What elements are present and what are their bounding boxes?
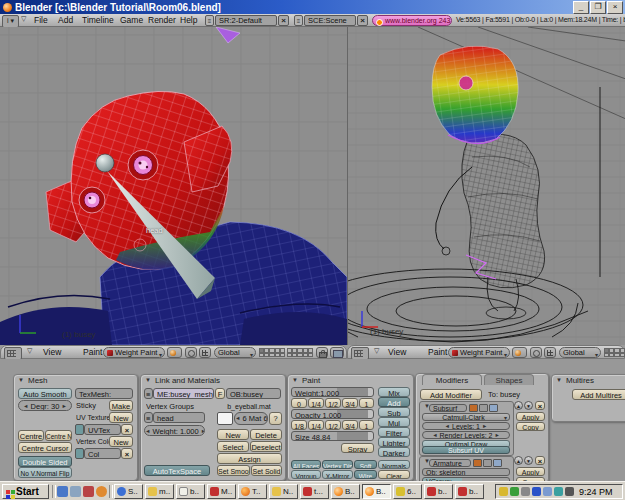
double-sided-toggle[interactable]: Double Sided: [18, 456, 72, 467]
armature-object-field[interactable]: Ob: skeleton: [422, 468, 510, 476]
opacity-eighth-button[interactable]: 1/8: [291, 420, 307, 430]
menu-game[interactable]: Game: [120, 15, 143, 26]
paint-menu-2[interactable]: Paint: [428, 347, 447, 358]
spray-button[interactable]: Spray: [341, 443, 374, 453]
pivot-button[interactable]: [185, 347, 197, 358]
subsurf-apply-button[interactable]: Apply: [516, 412, 545, 421]
scene-selector[interactable]: SCE:Scene: [304, 15, 356, 26]
vertex-dist-toggle[interactable]: Vertex Dist: [322, 460, 353, 469]
layer-buttons-1[interactable]: [259, 348, 285, 357]
vgroup-toggle[interactable]: Vgroup: [291, 470, 321, 479]
subsurf-move-up-button[interactable]: ▲: [514, 401, 523, 410]
weight-0-button[interactable]: 0: [291, 398, 307, 408]
centre-button[interactable]: Centre: [18, 430, 44, 441]
tray-icon-7[interactable]: [565, 487, 574, 496]
subsurf-realtime-icon[interactable]: [479, 404, 488, 412]
draw-type-button-2[interactable]: [512, 347, 527, 358]
close-button[interactable]: ×: [607, 1, 623, 14]
scene-close-button[interactable]: ×: [357, 15, 368, 26]
minimize-button[interactable]: _: [573, 1, 589, 14]
subsurf-name-field[interactable]: Subsurf: [429, 404, 467, 412]
armature-delete-button[interactable]: ×: [535, 456, 545, 465]
armature-realtime-icon[interactable]: [483, 459, 492, 467]
mesh-datablock-field[interactable]: ME:busey_mesh: [153, 388, 214, 399]
subsurf-type-dropdown[interactable]: Catmull-Clark▾: [422, 413, 510, 421]
subsurf-render-levels-stepper[interactable]: ◄ Render Levels: 2 ►: [422, 431, 510, 439]
subsurf-delete-button[interactable]: ×: [535, 401, 545, 410]
opacity-1-button[interactable]: 1: [359, 420, 374, 430]
texmesh-field[interactable]: TexMesh:: [75, 388, 133, 399]
quicklaunch-icon-4[interactable]: [96, 486, 107, 497]
scene-browse-icon[interactable]: ≡: [294, 15, 303, 26]
blender-org-link[interactable]: www.blender.org 243: [372, 15, 452, 26]
modifiers-tab[interactable]: Modifiers: [422, 374, 482, 385]
add-toggle[interactable]: Add: [378, 397, 410, 407]
subsurf-move-down-button[interactable]: ▼: [524, 401, 533, 410]
normals-toggle[interactable]: Normals: [378, 460, 410, 469]
orientation-dropdown[interactable]: Global▾: [214, 347, 256, 358]
col-name-field[interactable]: Col: [84, 448, 121, 459]
opacity-quarter-button[interactable]: 1/4: [308, 420, 324, 430]
vertex-color-new-button[interactable]: New: [109, 436, 133, 447]
add-multires-button[interactable]: Add Multires: [572, 389, 625, 400]
all-faces-toggle[interactable]: All Faces: [291, 460, 321, 469]
group-weight-stepper[interactable]: ◄ Weight: 1.000 ►: [144, 425, 205, 436]
screen-selector[interactable]: SR:2-Default: [215, 15, 277, 26]
taskbar-button-5[interactable]: T..: [238, 484, 267, 499]
uvtex-delete-button[interactable]: ×: [121, 424, 133, 435]
set-solid-button[interactable]: Set Solid: [251, 465, 282, 476]
weight-half-button[interactable]: 1/2: [325, 398, 341, 408]
group-delete-button[interactable]: Delete: [250, 429, 282, 440]
opacity-threequarter-button[interactable]: 3/4: [342, 420, 358, 430]
view-menu[interactable]: View: [43, 347, 61, 358]
taskbar-button-11[interactable]: b..: [424, 484, 453, 499]
viewport-left[interactable]: head (1) busey: [0, 27, 347, 345]
menu-render[interactable]: Render: [148, 15, 176, 26]
taskbar-button-4[interactable]: M..: [207, 484, 236, 499]
armature-move-up-button[interactable]: ▲: [514, 456, 523, 465]
quicklaunch-icon-3[interactable]: [83, 486, 94, 497]
clear-button[interactable]: Clear: [378, 470, 410, 479]
size-slider[interactable]: Size 48.84: [291, 431, 374, 441]
viewport-right[interactable]: (1) busey: [347, 27, 625, 345]
centre-new-button[interactable]: Centre New: [45, 430, 72, 441]
auto-smooth-toggle[interactable]: Auto Smooth: [18, 388, 72, 399]
taskbar-button-1[interactable]: S..: [114, 484, 143, 499]
subsurf-render-icon[interactable]: [469, 404, 478, 412]
paint-menu[interactable]: Paint: [83, 347, 102, 358]
armature-editmode-icon[interactable]: [493, 459, 502, 467]
material-index-stepper[interactable]: ◄ 6 Mat 6 ►: [234, 412, 268, 425]
quicklaunch-icon-2[interactable]: [70, 486, 81, 497]
mix-toggle[interactable]: Mix: [378, 387, 410, 397]
group-assign-button[interactable]: Assign: [217, 453, 282, 464]
mesh-browse-icon[interactable]: ≡: [144, 388, 153, 399]
screen-close-button[interactable]: ×: [278, 15, 289, 26]
sticky-make-button[interactable]: Make: [109, 400, 133, 411]
link-collapse-icon[interactable]: ▼: [145, 377, 151, 383]
mode-dropdown-2[interactable]: Weight Paint▾: [448, 347, 510, 358]
col-delete-button[interactable]: ×: [121, 448, 133, 459]
opacity-slider[interactable]: Opacity 1.000: [291, 409, 374, 419]
vertex-group-field[interactable]: head: [153, 412, 205, 423]
filter-toggle[interactable]: Filter: [378, 427, 410, 437]
no-vnormal-flip-toggle[interactable]: No V.Normal Flip: [18, 467, 72, 478]
menu-file[interactable]: File: [34, 15, 48, 26]
orientation-dropdown-2[interactable]: Global▾: [559, 347, 601, 358]
col-active-swatch[interactable]: [75, 448, 84, 459]
proportional-button[interactable]: [199, 347, 211, 358]
taskbar-clock[interactable]: 9:24 PM: [579, 487, 613, 497]
layer-buttons-3[interactable]: [604, 348, 625, 357]
taskbar-button-9-active[interactable]: B..: [362, 484, 391, 499]
draw-type-button[interactable]: [167, 347, 182, 358]
darker-toggle[interactable]: Darker: [378, 447, 410, 457]
material-help-button[interactable]: ?: [269, 412, 282, 425]
degr-stepper[interactable]: ◄ Degr: 30 ►: [18, 400, 72, 411]
sub-toggle[interactable]: Sub: [378, 407, 410, 417]
wire-toggle[interactable]: Wire: [354, 470, 377, 479]
taskbar-button-2[interactable]: m..: [145, 484, 174, 499]
add-modifier-button[interactable]: Add Modifier: [420, 389, 482, 400]
view-menu-2[interactable]: View: [388, 347, 406, 358]
fake-user-button[interactable]: F: [215, 388, 225, 399]
render-preview-button[interactable]: [330, 347, 344, 358]
screen-browse-icon[interactable]: ≡: [205, 15, 214, 26]
